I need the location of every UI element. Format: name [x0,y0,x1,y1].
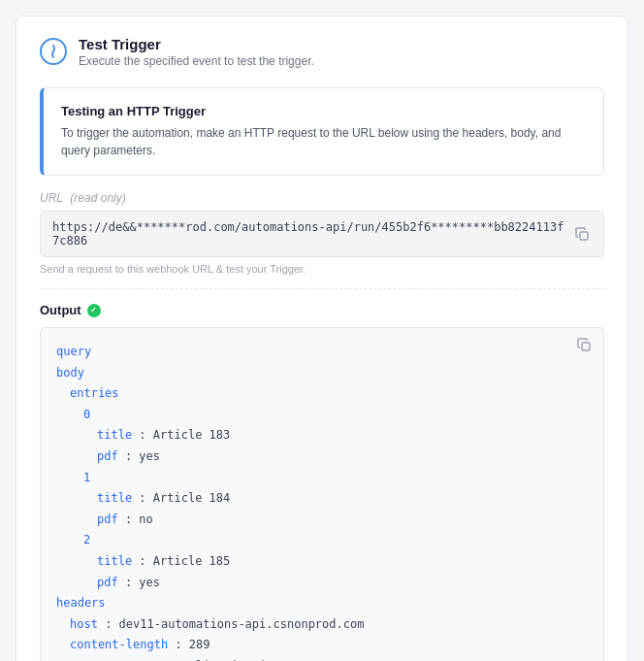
output-box: querybodyentries0title : Article 183pdf … [40,327,604,661]
section-divider [40,288,604,289]
output-line: entries [56,383,588,405]
svg-rect-0 [580,232,588,240]
page-title: Test Trigger [79,36,314,52]
output-line: title : Article 185 [56,551,588,573]
url-section: URL (read only) https://de&&*******rod.c… [40,191,604,275]
output-line: pdf : no [56,510,588,531]
page-wrapper: Test Trigger Execute the specified event… [16,16,628,661]
info-box: Testing an HTTP Trigger To trigger the a… [40,87,604,176]
page-subtitle: Execute the specified event to test the … [79,54,314,68]
output-line: 0 [56,405,588,426]
svg-rect-1 [582,343,590,350]
output-header: Output [40,303,604,317]
output-line: title : Article 184 [56,488,588,510]
output-line: title : Article 183 [56,425,588,446]
url-input-row: https://de&&*******rod.com/automations-a… [40,211,604,257]
url-value: https://de&&*******rod.com/automations-a… [52,220,565,248]
output-line: content-type : application/json [56,656,588,661]
output-line: body [56,363,588,384]
step-icon [40,38,67,65]
status-indicator [87,304,101,317]
output-line: pdf : yes [56,573,588,594]
output-line: content-length : 289 [56,635,588,656]
copy-output-button[interactable] [577,338,592,352]
copy-url-button[interactable] [573,225,592,244]
output-label: Output [40,303,101,317]
info-box-title: Testing an HTTP Trigger [61,104,586,118]
url-helper-text: Send a request to this webhook URL & tes… [40,263,604,275]
info-box-text: To trigger the automation, make an HTTP … [61,124,586,159]
output-line: 1 [56,468,588,489]
page-header: Test Trigger Execute the specified event… [40,36,604,68]
output-line: host : dev11-automations-api.csnonprod.c… [56,614,588,636]
url-label: URL (read only) [40,191,604,205]
output-line: pdf : yes [56,446,588,468]
output-line: query [56,342,588,363]
title-block: Test Trigger Execute the specified event… [79,36,314,68]
output-line: headers [56,593,588,614]
output-line: 2 [56,530,588,551]
output-content: querybodyentries0title : Article 183pdf … [56,342,588,661]
